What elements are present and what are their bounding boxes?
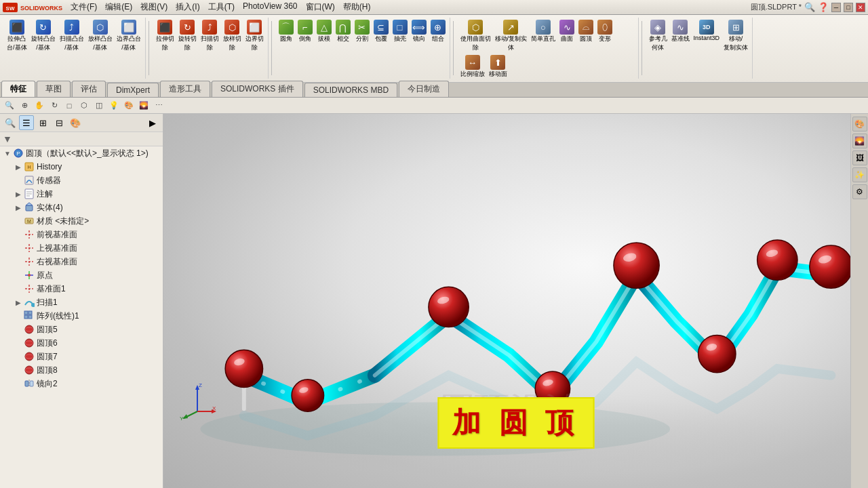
swept-cut-btn[interactable]: ⤴ 扫描切除 [199, 19, 220, 53]
tree-item-pattern1[interactable]: ▶ 阵列(线性)1 [0, 309, 163, 323]
sw-logo: SW SOLIDWORKS [3, 1, 64, 14]
maximize-button[interactable]: □ [844, 3, 853, 12]
3d-viewport[interactable]: 圆顶设计 Z X Y 加 圆 顶 🎨 [163, 114, 868, 488]
revolve-cut-btn[interactable]: ↻ 旋转切除 [177, 19, 198, 53]
zoom-in-btn[interactable]: ⊕ [18, 99, 31, 113]
search-icon[interactable]: 🔍 [804, 2, 815, 12]
tab-evaluate[interactable]: 评估 [72, 81, 106, 97]
tree-item-origin[interactable]: ▶ 原点 [0, 268, 163, 282]
menu-tools[interactable]: 工具(T) [204, 0, 239, 14]
revolve-boss-btn[interactable]: ↻ 旋转凸台/基体 [30, 19, 57, 53]
more-view-btn[interactable]: ⋯ [152, 99, 165, 113]
display-style-btn[interactable]: □ [62, 99, 76, 113]
loft-boss-btn[interactable]: ⬡ 放样凸台/基体 [87, 19, 114, 53]
boundary-cut-btn[interactable]: ⬜ 边界切除 [244, 19, 265, 53]
tree-item-history[interactable]: ▶ H History [0, 160, 163, 174]
extrude-cut-btn[interactable]: ⬛ 拉伸切除 [155, 19, 176, 53]
menu-bar: SW SOLIDWORKS 文件(F) 编辑(E) 视图(V) 插入(I) 工具… [0, 0, 868, 15]
fillet-btn[interactable]: ⌒ 圆角 [277, 19, 295, 44]
view-selector-btn[interactable]: ⬡ [77, 99, 91, 113]
menu-insert[interactable]: 插入(I) [172, 0, 203, 14]
tree-root[interactable]: ▼ P 圆顶（默认<<默认>_显示状态 1>) [0, 146, 163, 160]
tab-sw-plugins[interactable]: SOLIDWORKS 插件 [212, 81, 303, 97]
menu-window[interactable]: 窗口(W) [302, 0, 339, 14]
panel-btn-3[interactable]: 🖼 [852, 150, 867, 165]
tree-item-dome8[interactable]: ▶ 圆顶8 [0, 363, 163, 377]
menu-help[interactable]: 帮助(H) [339, 0, 375, 14]
move-copy2-btn[interactable]: ⊞ 移动/复制实体 [722, 19, 749, 53]
move-copy-btn[interactable]: ↗ 移动/复制实体 [494, 19, 529, 53]
tree-item-mirror2[interactable]: ▶ 镜向2 [0, 377, 163, 390]
menu-view[interactable]: 视图(V) [136, 0, 172, 14]
minimize-button[interactable]: ─ [831, 3, 841, 12]
menu-edit[interactable]: 编辑(E) [101, 0, 136, 14]
boundary-boss-btn[interactable]: ⬜ 边界凸台/基体 [115, 19, 142, 53]
tree-item-right-plane[interactable]: ▶ 右视基准面 [0, 255, 163, 268]
loft-cut-btn[interactable]: ⬡ 放样切除 [222, 19, 243, 53]
menu-photoview[interactable]: PhotoView 360 [239, 0, 302, 14]
simple-hole-btn[interactable]: ○ 简单直孔 [530, 19, 557, 53]
tree-item-dome6[interactable]: ▶ 圆顶6 [0, 336, 163, 350]
tree-item-front-plane[interactable]: ▶ 前视基准面 [0, 228, 163, 241]
extrude-boss-btn[interactable]: ⬛ 拉伸凸台/基体 [5, 19, 28, 53]
sidebar-split-btn[interactable]: ⊟ [52, 115, 66, 130]
sidebar-expand-btn[interactable]: ▶ [145, 115, 160, 130]
tree-item-dome5[interactable]: ▶ 圆顶5 [0, 323, 163, 336]
curve-btn[interactable]: ∿ 曲面 [558, 19, 576, 53]
wrap-btn[interactable]: ⊆ 包覆 [372, 19, 390, 44]
notes-expand-icon[interactable]: ▶ [14, 189, 23, 199]
appearance-btn[interactable]: 🎨 [122, 99, 136, 113]
menu-file[interactable]: 文件(F) [66, 0, 101, 14]
tree-item-dome7[interactable]: ▶ 圆顶7 [0, 350, 163, 363]
zoom-fit-btn[interactable]: 🔍 [3, 99, 16, 113]
curves-btn[interactable]: ∿ 基准线 [670, 19, 691, 53]
tree-item-solids[interactable]: ▶ 实体(4) [0, 201, 163, 214]
rotate-btn[interactable]: ↻ [47, 99, 61, 113]
tree-item-material[interactable]: ▶ M 材质 <未指定> [0, 214, 163, 228]
lights-btn[interactable]: 💡 [107, 99, 121, 113]
tab-sketch[interactable]: 草图 [37, 81, 71, 97]
close-button[interactable]: ✕ [856, 3, 865, 12]
dome-btn[interactable]: ⌓ 圆顶 [577, 19, 595, 53]
split-btn[interactable]: ✂ 分割 [353, 19, 371, 44]
use-surface-cut-btn[interactable]: ⬡ 使用曲面切除 [459, 19, 492, 53]
tab-sw-mbd[interactable]: SOLIDWORKS MBD [304, 83, 397, 97]
solids-expand-icon[interactable]: ▶ [14, 203, 23, 212]
intersect-btn[interactable]: ⋂ 相交 [334, 19, 352, 44]
chamfer-btn[interactable]: ⌐ 倒角 [296, 19, 314, 44]
scenes-btn[interactable]: 🌄 [137, 99, 151, 113]
sidebar-grid-btn[interactable]: ⊞ [35, 115, 50, 130]
pan-btn[interactable]: ✋ [33, 99, 46, 113]
combine-btn[interactable]: ⊕ 组合 [429, 19, 447, 44]
mirror-btn[interactable]: ⟺ 镜向 [410, 19, 428, 44]
help-icon[interactable]: ❓ [818, 2, 829, 12]
tree-item-datum1[interactable]: ▶ 基准面1 [0, 282, 163, 296]
tab-dimxpert[interactable]: DimXpert [107, 83, 159, 97]
history-expand-icon[interactable]: ▶ [14, 162, 23, 171]
tab-today-mfg[interactable]: 今日制造 [399, 81, 449, 97]
shell-btn[interactable]: □ 抽壳 [391, 19, 409, 44]
tab-forming[interactable]: 造形工具 [160, 81, 210, 97]
sweep-boss-btn[interactable]: ⤴ 扫描凸台/基体 [58, 19, 85, 53]
scale-btn[interactable]: ↔ 比例缩放 [459, 54, 486, 79]
panel-btn-2[interactable]: 🌄 [852, 134, 867, 148]
panel-btn-5[interactable]: ⚙ [852, 184, 867, 199]
tree-item-top-plane[interactable]: ▶ 上视基准面 [0, 241, 163, 255]
tree-item-notes[interactable]: ▶ 注解 [0, 187, 163, 201]
instant3d-btn[interactable]: 3D Instant3D [692, 19, 722, 53]
tab-features[interactable]: 特征 [1, 81, 35, 97]
section-view-btn[interactable]: ◫ [92, 99, 106, 113]
draft-btn[interactable]: △ 拔模 [315, 19, 333, 44]
sidebar-list-btn[interactable]: ☰ [19, 115, 34, 130]
ref-geometry-btn[interactable]: ◈ 参考几何体 [648, 19, 669, 53]
deform-btn[interactable]: ⬯ 变形 [596, 19, 614, 53]
root-expand-icon[interactable]: ▼ [3, 148, 12, 158]
tree-item-sensors[interactable]: ▶ 传感器 [0, 174, 163, 187]
move-face-btn[interactable]: ⬆ 移动面 [488, 54, 509, 79]
sidebar-color-btn[interactable]: 🎨 [68, 115, 83, 130]
panel-btn-4[interactable]: ✨ [852, 167, 867, 182]
tree-item-sweep1[interactable]: ▶ 扫描1 [0, 296, 163, 309]
sidebar-filter-icon[interactable]: 🔍 [3, 115, 18, 130]
panel-btn-1[interactable]: 🎨 [852, 117, 867, 131]
sweep1-expand[interactable]: ▶ [14, 298, 23, 307]
